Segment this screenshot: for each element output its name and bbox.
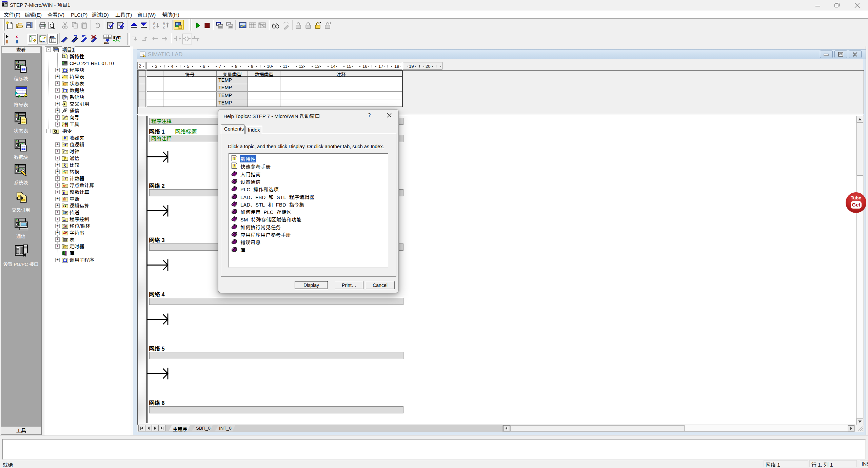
- svg-text:-||-: -||-: [5, 39, 9, 43]
- svg-text:±I: ±I: [63, 191, 65, 194]
- svg-text:?: ?: [63, 54, 65, 58]
- svg-text:A: A: [153, 22, 155, 25]
- svg-text:4K0: 4K0: [104, 42, 109, 45]
- svg-text:Z: Z: [153, 25, 155, 29]
- svg-text:+1: +1: [63, 177, 66, 181]
- svg-text:Z: Z: [163, 25, 165, 29]
- svg-text:x: x: [16, 35, 18, 39]
- svg-text:±R: ±R: [63, 184, 67, 188]
- svg-text:?: ?: [233, 163, 235, 168]
- svg-text:A: A: [163, 22, 165, 25]
- svg-text:4K0: 4K0: [50, 36, 55, 39]
- svg-text:sym: sym: [113, 35, 121, 40]
- svg-text:-||-: -||-: [15, 39, 19, 43]
- svg-text:4K0: 4K0: [40, 40, 45, 43]
- svg-text:?: ?: [233, 156, 235, 161]
- svg-text:AB: AB: [63, 232, 68, 235]
- svg-text:1↓: 1↓: [63, 218, 66, 221]
